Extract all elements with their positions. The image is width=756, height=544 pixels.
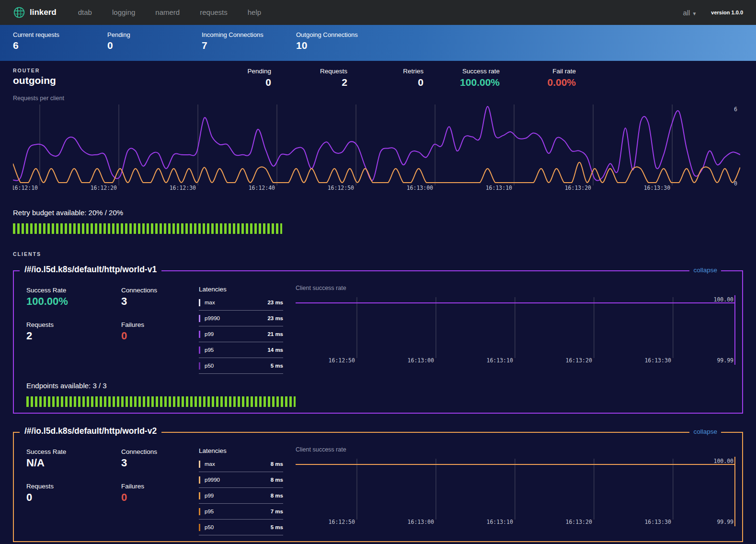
latencies-table: Latencies max 23 ms p9990 23 ms p99 21 m… [199,283,283,374]
svg-text:16:13:30: 16:13:30 [644,519,671,525]
latency-tick [199,299,200,306]
router-stat-fail-rate: Fail rate 0.00% [500,68,576,88]
svg-text:16:13:10: 16:13:10 [487,357,513,364]
svg-text:0: 0 [734,180,737,187]
brand-name: linkerd [30,8,57,17]
stat-outgoing-connections: Outgoing Connections 10 [296,31,390,51]
client-name: /#/io.l5d.k8s/default/http/world-v1 [20,265,161,275]
svg-text:99.99: 99.99 [717,357,733,364]
nav-item-logging[interactable]: logging [102,0,145,25]
svg-text:16:12:50: 16:12:50 [329,357,355,364]
router-name: outgoing [13,75,195,86]
svg-text:100.00: 100.00 [713,296,733,303]
svg-text:16:13:20: 16:13:20 [565,185,591,191]
client-success-rate-title: Client success rate [296,446,735,453]
latency-row-p95: p95 14 ms [199,342,283,358]
latency-tick [199,347,200,354]
retry-budget-bar [13,223,282,234]
collapse-link[interactable]: collapse [689,428,721,435]
client-card-world-v2: /#/io.l5d.k8s/default/http/world-v2 coll… [13,432,743,542]
latency-row-p50: p50 5 ms [199,520,283,535]
endpoints-available: Endpoints available: 3 / 3 [21,382,735,407]
svg-text:16:12:40: 16:12:40 [249,185,275,191]
latency-tick [199,331,200,338]
retry-budget-label: Retry budget available: 20% / 20% [13,208,756,217]
svg-text:16:12:10: 16:12:10 [13,185,38,191]
client-card-world-v1: /#/io.l5d.k8s/default/http/world-v1 coll… [13,270,743,414]
latency-row-p99: p99 21 ms [199,326,283,342]
nav-item-help[interactable]: help [238,0,271,25]
svg-text:16:13:20: 16:13:20 [565,519,592,525]
svg-text:16:13:00: 16:13:00 [408,357,434,364]
linkerd-logo-icon [13,6,25,19]
latency-tick [199,476,200,484]
svg-text:16:12:20: 16:12:20 [91,185,117,191]
router-header: ROUTER outgoing Pending 0 Requests 2 Ret… [0,61,756,88]
chevron-down-icon: ▼ [692,11,697,16]
client-stat-failures: Failures 0 [121,483,205,504]
svg-text:16:13:10: 16:13:10 [487,519,513,525]
nav-item-namerd[interactable]: namerd [145,0,190,25]
latency-tick [199,362,200,370]
svg-text:16:12:30: 16:12:30 [170,185,196,191]
latencies-table: Latencies max 8 ms p9990 8 ms p99 8 ms p… [199,444,283,535]
router-stat-requests: Requests 2 [271,68,347,88]
svg-text:16:13:00: 16:13:00 [408,519,434,525]
latency-row-max: max 8 ms [199,456,283,472]
svg-text:16:13:30: 16:13:30 [644,357,671,364]
svg-text:16:13:10: 16:13:10 [486,185,512,191]
version-label: version 1.0.0 [711,10,743,15]
client-success-rate-chart: 16:12:5016:13:0016:13:1016:13:2016:13:30… [296,457,735,526]
collapse-link[interactable]: collapse [689,266,721,274]
router-stats: Pending 0 Requests 2 Retries 0 Success r… [195,68,576,88]
router-section-label: ROUTER [13,68,195,73]
latency-row-p9990: p9990 8 ms [199,472,283,488]
client-stat-connections: Connections 3 [121,448,205,469]
latency-row-max: max 23 ms [199,295,283,311]
nav-item-requests[interactable]: requests [190,0,238,25]
router-stat-retries: Retries 0 [347,68,424,88]
router-stat-success-rate: Success rate 100.00% [424,68,500,88]
stat-pending: Pending 0 [107,31,202,51]
svg-text:6: 6 [734,106,737,113]
svg-text:99.99: 99.99 [717,519,733,525]
router-stat-pending: Pending 0 [195,68,271,88]
client-stat-connections: Connections 3 [121,287,205,308]
latency-row-p9990: p9990 23 ms [199,311,283,326]
client-stat-success-rate: Success Rate N/A [26,448,121,469]
latency-row-p99: p99 8 ms [199,488,283,504]
navbar: linkerd dtab logging namerd requests hel… [0,0,756,25]
namespace-dropdown[interactable]: all▼ [683,9,697,17]
requests-per-client-title: Requests per client [13,95,756,102]
clients-section-label: CLIENTS [13,251,756,257]
requests-per-client-chart: 16:12:1016:12:2016:12:3016:12:4016:12:50… [13,103,740,192]
latency-tick [199,461,200,468]
latency-row-p50: p50 5 ms [199,358,283,374]
client-success-rate-chart: 16:12:5016:13:0016:13:1016:13:2016:13:30… [296,295,735,365]
latency-tick [199,492,200,499]
latency-tick [199,508,200,515]
client-name: /#/io.l5d.k8s/default/http/world-v2 [20,426,161,436]
nav-item-dtab[interactable]: dtab [68,0,102,25]
client-success-rate-title: Client success rate [296,285,735,291]
svg-text:100.00: 100.00 [713,458,733,464]
svg-text:16:12:50: 16:12:50 [328,185,354,191]
client-stat-failures: Failures 0 [121,321,205,342]
latency-tick [199,315,200,322]
stat-current-requests: Current requests 6 [13,31,107,51]
overview-stats-bar: Current requests 6 Pending 0 Incoming Co… [0,25,756,61]
endpoints-bar [26,396,296,407]
svg-text:16:13:20: 16:13:20 [565,357,592,364]
client-stat-requests: Requests 2 [26,321,121,342]
stat-incoming-connections: Incoming Connections 7 [202,31,296,51]
svg-text:16:12:50: 16:12:50 [329,519,355,525]
endpoints-label: Endpoints available: 3 / 3 [26,382,735,390]
client-stats: Success Rate 100.00% Connections 3 Reque… [21,283,199,374]
svg-text:16:13:30: 16:13:30 [644,185,670,191]
client-stats: Success Rate N/A Connections 3 Requests … [21,444,199,535]
client-stat-success-rate: Success Rate 100.00% [26,287,121,308]
linkerd-brand[interactable]: linkerd [13,6,57,19]
retry-budget: Retry budget available: 20% / 20% [13,208,756,234]
latency-tick [199,524,200,531]
client-stat-requests: Requests 0 [26,483,121,504]
